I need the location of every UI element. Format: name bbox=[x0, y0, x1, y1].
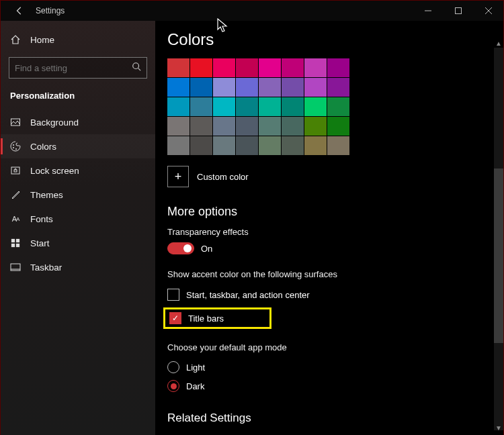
scroll-down-icon[interactable]: ▼ bbox=[495, 424, 502, 432]
search-box[interactable] bbox=[9, 57, 147, 79]
color-swatch[interactable] bbox=[236, 136, 258, 155]
color-swatch[interactable] bbox=[167, 78, 190, 97]
color-swatch[interactable] bbox=[190, 58, 212, 77]
color-swatch[interactable] bbox=[327, 58, 349, 77]
titlebar: Settings bbox=[1, 1, 503, 21]
toggle-track bbox=[167, 242, 194, 254]
palette-icon bbox=[10, 141, 21, 152]
color-swatch[interactable] bbox=[167, 117, 190, 136]
custom-color-button[interactable]: + Custom color bbox=[167, 166, 503, 187]
close-button[interactable] bbox=[473, 1, 503, 21]
color-swatch[interactable] bbox=[190, 78, 212, 97]
color-swatch[interactable] bbox=[282, 117, 304, 136]
color-swatch[interactable] bbox=[259, 58, 281, 77]
svg-rect-13 bbox=[16, 239, 19, 242]
sidebar-item-background[interactable]: Background bbox=[1, 110, 155, 134]
color-swatch[interactable] bbox=[327, 97, 349, 116]
sidebar-nav: Background Colors Lock screen Themes AA bbox=[1, 110, 155, 279]
svg-rect-11 bbox=[14, 170, 17, 172]
selection-indicator bbox=[1, 138, 3, 154]
color-swatch[interactable] bbox=[304, 117, 327, 136]
color-swatch[interactable] bbox=[327, 117, 349, 136]
sidebar-item-start[interactable]: Start bbox=[1, 231, 155, 255]
sidebar-item-label: Lock screen bbox=[30, 166, 79, 176]
checkbox-icon bbox=[169, 312, 181, 324]
sidebar-item-label: Fonts bbox=[30, 214, 53, 224]
radio-icon bbox=[167, 380, 179, 392]
scrollbar-thumb[interactable] bbox=[494, 168, 503, 343]
sidebar-item-colors[interactable]: Colors bbox=[1, 134, 155, 158]
highlight-annotation: Title bars bbox=[163, 307, 271, 329]
color-swatch[interactable] bbox=[259, 136, 281, 155]
sidebar-item-taskbar[interactable]: Taskbar bbox=[1, 255, 155, 279]
color-swatch[interactable] bbox=[213, 136, 235, 155]
color-swatch[interactable] bbox=[213, 117, 235, 136]
radio-light[interactable]: Light bbox=[167, 358, 503, 377]
color-swatch[interactable] bbox=[213, 58, 235, 77]
sidebar-item-label: Taskbar bbox=[30, 262, 62, 273]
color-swatch[interactable] bbox=[167, 136, 190, 155]
sidebar-item-label: Background bbox=[30, 117, 79, 128]
color-swatch[interactable] bbox=[213, 97, 235, 116]
color-swatch[interactable] bbox=[282, 58, 304, 77]
sidebar: Home Personalization Background Colors bbox=[1, 21, 155, 435]
sidebar-home[interactable]: Home bbox=[1, 28, 155, 52]
color-swatch[interactable] bbox=[327, 78, 349, 97]
search-input[interactable] bbox=[15, 63, 132, 73]
picture-icon bbox=[10, 117, 21, 128]
color-swatch[interactable] bbox=[213, 78, 235, 97]
maximize-button[interactable] bbox=[443, 1, 473, 21]
color-swatch[interactable] bbox=[190, 136, 212, 155]
more-options-heading: More options bbox=[167, 205, 503, 219]
checkbox-titlebars[interactable]: Title bars bbox=[169, 312, 224, 324]
page-title: Colors bbox=[167, 30, 503, 49]
window-title: Settings bbox=[36, 6, 65, 15]
color-swatch[interactable] bbox=[304, 97, 327, 116]
lock-icon bbox=[10, 165, 21, 176]
color-swatch[interactable] bbox=[167, 58, 190, 77]
color-swatch[interactable] bbox=[304, 78, 327, 97]
color-swatch[interactable] bbox=[259, 97, 281, 116]
color-swatch[interactable] bbox=[190, 97, 212, 116]
sidebar-item-lockscreen[interactable]: Lock screen bbox=[1, 158, 155, 183]
sidebar-item-fonts[interactable]: AA Fonts bbox=[1, 207, 155, 231]
sidebar-item-label: Themes bbox=[30, 190, 63, 200]
svg-point-4 bbox=[133, 63, 139, 69]
minimize-button[interactable] bbox=[413, 1, 443, 21]
settings-window: Settings Home Personalization Background bbox=[0, 0, 504, 435]
color-swatch-grid bbox=[167, 58, 503, 155]
radio-dark[interactable]: Dark bbox=[167, 377, 503, 395]
svg-line-5 bbox=[138, 68, 141, 71]
main-content: Colors + Custom color More options Trans… bbox=[155, 21, 503, 435]
color-swatch[interactable] bbox=[236, 117, 258, 136]
checkbox-icon bbox=[167, 289, 179, 301]
toggle-knob bbox=[183, 244, 192, 252]
transparency-toggle[interactable]: On bbox=[167, 242, 503, 254]
color-swatch[interactable] bbox=[259, 78, 281, 97]
svg-point-9 bbox=[15, 148, 17, 150]
color-swatch[interactable] bbox=[282, 78, 304, 97]
svg-point-7 bbox=[13, 144, 14, 146]
svg-rect-12 bbox=[11, 239, 15, 242]
font-icon: AA bbox=[10, 213, 21, 224]
color-swatch[interactable] bbox=[236, 58, 258, 77]
app-mode-label: Choose your default app mode bbox=[167, 342, 503, 352]
color-swatch[interactable] bbox=[259, 117, 281, 136]
color-swatch[interactable] bbox=[304, 136, 327, 155]
scroll-up-icon[interactable]: ▲ bbox=[495, 40, 502, 47]
color-swatch[interactable] bbox=[327, 136, 349, 155]
color-swatch[interactable] bbox=[282, 97, 304, 116]
color-swatch[interactable] bbox=[236, 78, 258, 97]
link-high-contrast[interactable]: High contrast settings bbox=[167, 432, 503, 435]
checkbox-label: Start, taskbar, and action center bbox=[186, 290, 310, 300]
color-swatch[interactable] bbox=[282, 136, 304, 155]
color-swatch[interactable] bbox=[190, 117, 212, 136]
toggle-state-label: On bbox=[201, 244, 212, 254]
back-button[interactable] bbox=[9, 0, 30, 21]
color-swatch[interactable] bbox=[304, 58, 327, 77]
sidebar-item-themes[interactable]: Themes bbox=[1, 183, 155, 207]
color-swatch[interactable] bbox=[167, 97, 190, 116]
sidebar-item-label: Colors bbox=[30, 142, 56, 152]
color-swatch[interactable] bbox=[236, 97, 258, 116]
checkbox-start-taskbar[interactable]: Start, taskbar, and action center bbox=[167, 285, 503, 305]
